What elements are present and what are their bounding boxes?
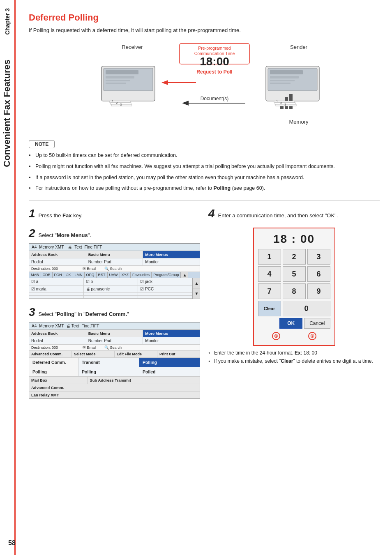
num-7[interactable]: 7 xyxy=(258,283,281,299)
page-number: 58 xyxy=(8,539,16,547)
polling-option[interactable]: Polling xyxy=(139,358,200,367)
list-row-4 xyxy=(29,296,192,299)
step2-text: Select "More Menus". xyxy=(39,232,91,238)
sub-address-transmit-btn[interactable]: Sub Address Transmit xyxy=(88,377,200,384)
scroll-up[interactable]: ▲ xyxy=(193,278,200,288)
num-0[interactable]: 0 xyxy=(283,301,330,316)
tab-ijk[interactable]: IJK xyxy=(64,272,73,278)
step4-note-1: Enter the time in the 24-hour format. Ex… xyxy=(208,350,380,356)
note-item-1: Up to 50 built-in timers can be set for … xyxy=(29,152,380,159)
advanced-label-row: Advanced Comm. xyxy=(29,384,200,391)
scroll-down[interactable]: ▼ xyxy=(193,288,200,299)
step3-monitor[interactable]: Monitor xyxy=(143,337,200,344)
diagram-svg: Receiver Sender Pre-programmed Communica… xyxy=(56,41,352,132)
lan-relay-row: Lan Relay XMT xyxy=(29,391,200,398)
callout-row: ① ② xyxy=(258,331,330,341)
callout-2: ② xyxy=(308,332,316,340)
svg-rect-24 xyxy=(270,70,303,74)
tab-fgh[interactable]: FGH xyxy=(53,272,64,278)
tab-opq[interactable]: OPQ xyxy=(85,272,97,278)
num-2[interactable]: 2 xyxy=(283,249,306,265)
intro-text: If Polling is requested with a deferred … xyxy=(29,27,380,33)
numpad-container: 18 : 00 1 2 3 4 5 6 7 8 9 Clear 0 xyxy=(208,224,380,346)
svg-text:Memory: Memory xyxy=(289,119,309,125)
ok-button[interactable]: OK xyxy=(279,318,302,329)
transmit-option[interactable]: Transmit xyxy=(78,358,139,367)
list-row-1: ☑ a ☑ b ☑ jack xyxy=(29,278,192,286)
clear-btn[interactable]: Clear xyxy=(258,301,281,316)
svg-rect-9 xyxy=(106,76,134,78)
right-steps: 4 Enter a communication time, and then s… xyxy=(208,207,380,399)
svg-text:2: 2 xyxy=(116,101,118,105)
polled-option[interactable]: Polled xyxy=(139,367,200,376)
step1-number: 1 xyxy=(29,207,35,220)
polling-sub-option[interactable]: Polling xyxy=(78,367,139,376)
step3-basic-menu[interactable]: Basic Menu xyxy=(86,330,143,337)
polling-label: Polling xyxy=(29,367,78,376)
step3-number: 3 xyxy=(29,306,35,319)
mail-box-btn[interactable]: Mail Box xyxy=(29,377,88,384)
tab-favourites[interactable]: Favourites xyxy=(131,272,152,278)
tab-uvw[interactable]: UVW xyxy=(108,272,120,278)
steps-grid: 1 Press the Fax key. 2 Select "More Menu… xyxy=(29,207,380,399)
tab-program[interactable]: Program/Group xyxy=(152,272,181,278)
step2-screen: A4 Memory XMT 🖨 Text Fine,TIFF Address B… xyxy=(29,243,200,299)
num-1[interactable]: 1 xyxy=(258,249,281,265)
bottom-buttons-row: Mail Box Sub Address Transmit xyxy=(29,377,200,384)
number-pad-btn[interactable]: Number Pad xyxy=(86,258,143,265)
step3-address-book[interactable]: Address Book xyxy=(29,330,86,337)
tab-mab[interactable]: MAB xyxy=(29,272,41,278)
cancel-button[interactable]: Cancel xyxy=(304,318,330,329)
step4-number: 4 xyxy=(208,207,215,220)
step3-dest-bar: Destination: 000 ✉ Email 🔍 Search xyxy=(29,345,200,351)
more-menus-btn[interactable]: More Menus xyxy=(143,251,200,258)
num-4[interactable]: 4 xyxy=(258,266,281,282)
select-mode-header[interactable]: Select Mode xyxy=(72,351,115,357)
tab-row: MAB CDE FGH IJK LMN OPQ RST UVW XYZ Favo… xyxy=(29,272,200,278)
num-8[interactable]: 8 xyxy=(283,283,306,299)
advanced-comm-bottom[interactable]: Advanced Comm. xyxy=(29,384,200,391)
num-6[interactable]: 6 xyxy=(307,266,330,282)
list-cell-jack: ☑ jack xyxy=(138,278,192,285)
step3-screen: A4 Memory XMT 🖨 Text Fine,TIFF Address B… xyxy=(29,322,200,399)
list-cell-maria: ☑ maria xyxy=(29,286,84,292)
callout-1: ① xyxy=(272,332,280,340)
svg-rect-27 xyxy=(270,83,291,84)
list-area: ☑ a ☑ b ☑ jack ☑ maria 🖨 panasonic ☑ PCC xyxy=(29,278,200,299)
step3-rodial[interactable]: Rodial xyxy=(29,337,86,344)
tab-rst[interactable]: RST xyxy=(97,272,108,278)
side-tab: Chapter 3 Convenient Fax Features xyxy=(0,0,16,555)
advanced-comm-header[interactable]: Advanced Comm. xyxy=(29,351,72,357)
edit-file-mode-header[interactable]: Edit File Mode xyxy=(115,351,157,357)
step4-note-2: If you make a mistake, select "Clear" to… xyxy=(208,358,380,364)
svg-rect-25 xyxy=(270,76,299,78)
lan-relay-btn[interactable]: Lan Relay XMT xyxy=(29,391,200,398)
rodial-btn[interactable]: Rodial xyxy=(29,258,86,265)
section-divider xyxy=(29,200,380,201)
num-5[interactable]: 5 xyxy=(283,266,306,282)
step1-text: Press the Fax key. xyxy=(39,212,83,219)
scroll-up-btn[interactable]: ▲ xyxy=(181,272,188,278)
svg-text:3: 3 xyxy=(120,103,122,106)
list-cell-b: ☑ b xyxy=(84,278,138,285)
step3-more-menus[interactable]: More Menus xyxy=(143,330,200,337)
print-out-header[interactable]: Print Out xyxy=(157,351,200,357)
step3: 3 Select "Polling" in "Deferred Comm." A… xyxy=(29,306,200,399)
tab-lmn[interactable]: LMN xyxy=(73,272,85,278)
list-cell-panasonic: 🖨 panasonic xyxy=(84,286,138,292)
basic-menu-btn[interactable]: Basic Menu xyxy=(86,251,143,258)
tab-xyz[interactable]: XYZ xyxy=(120,272,131,278)
scroll-buttons: ▲ ▼ xyxy=(192,278,200,299)
list-row-2: ☑ maria 🖨 panasonic ☑ PCC xyxy=(29,286,192,293)
monitor-btn[interactable]: Monitor xyxy=(143,258,200,265)
step2-number: 2 xyxy=(29,227,35,240)
num-3[interactable]: 3 xyxy=(307,249,330,265)
num-9[interactable]: 9 xyxy=(307,283,330,299)
step3-number-pad[interactable]: Number Pad xyxy=(86,337,143,344)
address-book-btn[interactable]: Address Book xyxy=(29,251,86,258)
step4-text: Enter a communication time, and then sel… xyxy=(218,212,338,219)
step4: 4 Enter a communication time, and then s… xyxy=(208,207,380,364)
step1: 1 Press the Fax key. xyxy=(29,207,200,220)
svg-text:1: 1 xyxy=(112,99,114,103)
tab-cde[interactable]: CDE xyxy=(41,272,53,278)
